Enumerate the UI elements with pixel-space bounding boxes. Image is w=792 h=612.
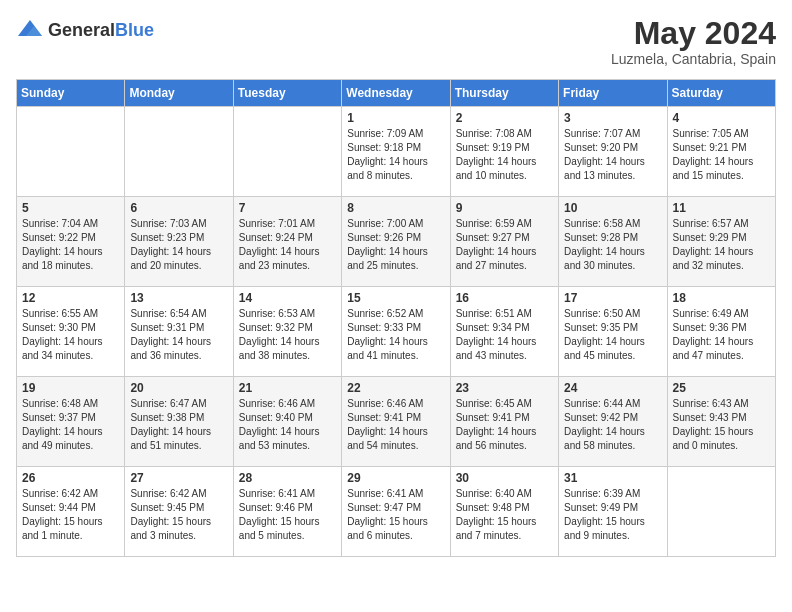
calendar-cell: 5Sunrise: 7:04 AMSunset: 9:22 PMDaylight… — [17, 197, 125, 287]
day-info: Sunrise: 6:41 AMSunset: 9:47 PMDaylight:… — [347, 487, 444, 543]
day-info: Sunrise: 6:39 AMSunset: 9:49 PMDaylight:… — [564, 487, 661, 543]
day-number: 26 — [22, 471, 119, 485]
day-info: Sunrise: 6:51 AMSunset: 9:34 PMDaylight:… — [456, 307, 553, 363]
calendar-cell: 4Sunrise: 7:05 AMSunset: 9:21 PMDaylight… — [667, 107, 775, 197]
day-number: 16 — [456, 291, 553, 305]
calendar-cell: 29Sunrise: 6:41 AMSunset: 9:47 PMDayligh… — [342, 467, 450, 557]
calendar-cell: 23Sunrise: 6:45 AMSunset: 9:41 PMDayligh… — [450, 377, 558, 467]
day-info: Sunrise: 7:08 AMSunset: 9:19 PMDaylight:… — [456, 127, 553, 183]
calendar-cell: 17Sunrise: 6:50 AMSunset: 9:35 PMDayligh… — [559, 287, 667, 377]
day-info: Sunrise: 7:07 AMSunset: 9:20 PMDaylight:… — [564, 127, 661, 183]
calendar-cell: 26Sunrise: 6:42 AMSunset: 9:44 PMDayligh… — [17, 467, 125, 557]
calendar-cell: 18Sunrise: 6:49 AMSunset: 9:36 PMDayligh… — [667, 287, 775, 377]
day-number: 30 — [456, 471, 553, 485]
calendar-cell: 2Sunrise: 7:08 AMSunset: 9:19 PMDaylight… — [450, 107, 558, 197]
calendar-cell: 28Sunrise: 6:41 AMSunset: 9:46 PMDayligh… — [233, 467, 341, 557]
day-info: Sunrise: 6:42 AMSunset: 9:45 PMDaylight:… — [130, 487, 227, 543]
weekday-header-saturday: Saturday — [667, 80, 775, 107]
weekday-header-sunday: Sunday — [17, 80, 125, 107]
day-number: 3 — [564, 111, 661, 125]
calendar-cell: 9Sunrise: 6:59 AMSunset: 9:27 PMDaylight… — [450, 197, 558, 287]
day-info: Sunrise: 6:57 AMSunset: 9:29 PMDaylight:… — [673, 217, 770, 273]
calendar-cell: 16Sunrise: 6:51 AMSunset: 9:34 PMDayligh… — [450, 287, 558, 377]
calendar-cell: 1Sunrise: 7:09 AMSunset: 9:18 PMDaylight… — [342, 107, 450, 197]
day-info: Sunrise: 7:05 AMSunset: 9:21 PMDaylight:… — [673, 127, 770, 183]
calendar-cell — [125, 107, 233, 197]
day-number: 12 — [22, 291, 119, 305]
day-info: Sunrise: 6:54 AMSunset: 9:31 PMDaylight:… — [130, 307, 227, 363]
calendar-cell: 7Sunrise: 7:01 AMSunset: 9:24 PMDaylight… — [233, 197, 341, 287]
day-number: 1 — [347, 111, 444, 125]
day-number: 15 — [347, 291, 444, 305]
calendar-cell: 19Sunrise: 6:48 AMSunset: 9:37 PMDayligh… — [17, 377, 125, 467]
day-info: Sunrise: 6:50 AMSunset: 9:35 PMDaylight:… — [564, 307, 661, 363]
day-info: Sunrise: 6:59 AMSunset: 9:27 PMDaylight:… — [456, 217, 553, 273]
weekday-header-wednesday: Wednesday — [342, 80, 450, 107]
day-info: Sunrise: 6:46 AMSunset: 9:40 PMDaylight:… — [239, 397, 336, 453]
day-number: 13 — [130, 291, 227, 305]
calendar-cell: 27Sunrise: 6:42 AMSunset: 9:45 PMDayligh… — [125, 467, 233, 557]
calendar-cell: 24Sunrise: 6:44 AMSunset: 9:42 PMDayligh… — [559, 377, 667, 467]
day-number: 19 — [22, 381, 119, 395]
calendar-cell — [17, 107, 125, 197]
day-number: 10 — [564, 201, 661, 215]
calendar-cell: 10Sunrise: 6:58 AMSunset: 9:28 PMDayligh… — [559, 197, 667, 287]
day-info: Sunrise: 6:40 AMSunset: 9:48 PMDaylight:… — [456, 487, 553, 543]
logo: GeneralBlue — [16, 16, 154, 44]
calendar-cell — [233, 107, 341, 197]
day-number: 17 — [564, 291, 661, 305]
day-number: 21 — [239, 381, 336, 395]
header-right: May 2024 Luzmela, Cantabria, Spain — [611, 16, 776, 67]
calendar-cell: 12Sunrise: 6:55 AMSunset: 9:30 PMDayligh… — [17, 287, 125, 377]
logo-text-blue: Blue — [115, 20, 154, 40]
day-info: Sunrise: 6:46 AMSunset: 9:41 PMDaylight:… — [347, 397, 444, 453]
day-info: Sunrise: 6:52 AMSunset: 9:33 PMDaylight:… — [347, 307, 444, 363]
day-info: Sunrise: 7:01 AMSunset: 9:24 PMDaylight:… — [239, 217, 336, 273]
day-number: 7 — [239, 201, 336, 215]
day-number: 5 — [22, 201, 119, 215]
day-number: 22 — [347, 381, 444, 395]
calendar-table: SundayMondayTuesdayWednesdayThursdayFrid… — [16, 79, 776, 557]
day-number: 11 — [673, 201, 770, 215]
page-header: GeneralBlue May 2024 Luzmela, Cantabria,… — [16, 16, 776, 67]
day-number: 2 — [456, 111, 553, 125]
day-number: 4 — [673, 111, 770, 125]
weekday-header-tuesday: Tuesday — [233, 80, 341, 107]
day-number: 9 — [456, 201, 553, 215]
calendar-cell: 21Sunrise: 6:46 AMSunset: 9:40 PMDayligh… — [233, 377, 341, 467]
calendar-cell: 8Sunrise: 7:00 AMSunset: 9:26 PMDaylight… — [342, 197, 450, 287]
day-number: 24 — [564, 381, 661, 395]
day-number: 20 — [130, 381, 227, 395]
day-number: 6 — [130, 201, 227, 215]
calendar-cell: 30Sunrise: 6:40 AMSunset: 9:48 PMDayligh… — [450, 467, 558, 557]
weekday-header-thursday: Thursday — [450, 80, 558, 107]
day-number: 29 — [347, 471, 444, 485]
calendar-cell: 22Sunrise: 6:46 AMSunset: 9:41 PMDayligh… — [342, 377, 450, 467]
calendar-cell: 11Sunrise: 6:57 AMSunset: 9:29 PMDayligh… — [667, 197, 775, 287]
day-number: 18 — [673, 291, 770, 305]
calendar-cell: 3Sunrise: 7:07 AMSunset: 9:20 PMDaylight… — [559, 107, 667, 197]
day-info: Sunrise: 6:41 AMSunset: 9:46 PMDaylight:… — [239, 487, 336, 543]
day-number: 14 — [239, 291, 336, 305]
day-number: 31 — [564, 471, 661, 485]
calendar-cell: 31Sunrise: 6:39 AMSunset: 9:49 PMDayligh… — [559, 467, 667, 557]
day-number: 25 — [673, 381, 770, 395]
generalblue-logo-icon — [16, 16, 44, 44]
location: Luzmela, Cantabria, Spain — [611, 51, 776, 67]
weekday-header-row: SundayMondayTuesdayWednesdayThursdayFrid… — [17, 80, 776, 107]
day-info: Sunrise: 6:49 AMSunset: 9:36 PMDaylight:… — [673, 307, 770, 363]
day-number: 23 — [456, 381, 553, 395]
day-info: Sunrise: 6:42 AMSunset: 9:44 PMDaylight:… — [22, 487, 119, 543]
day-info: Sunrise: 7:00 AMSunset: 9:26 PMDaylight:… — [347, 217, 444, 273]
day-info: Sunrise: 6:45 AMSunset: 9:41 PMDaylight:… — [456, 397, 553, 453]
weekday-header-friday: Friday — [559, 80, 667, 107]
day-number: 28 — [239, 471, 336, 485]
day-info: Sunrise: 6:58 AMSunset: 9:28 PMDaylight:… — [564, 217, 661, 273]
day-info: Sunrise: 6:55 AMSunset: 9:30 PMDaylight:… — [22, 307, 119, 363]
day-info: Sunrise: 6:48 AMSunset: 9:37 PMDaylight:… — [22, 397, 119, 453]
day-number: 27 — [130, 471, 227, 485]
calendar-cell: 20Sunrise: 6:47 AMSunset: 9:38 PMDayligh… — [125, 377, 233, 467]
calendar-week-row: 12Sunrise: 6:55 AMSunset: 9:30 PMDayligh… — [17, 287, 776, 377]
day-info: Sunrise: 6:47 AMSunset: 9:38 PMDaylight:… — [130, 397, 227, 453]
day-info: Sunrise: 6:43 AMSunset: 9:43 PMDaylight:… — [673, 397, 770, 453]
